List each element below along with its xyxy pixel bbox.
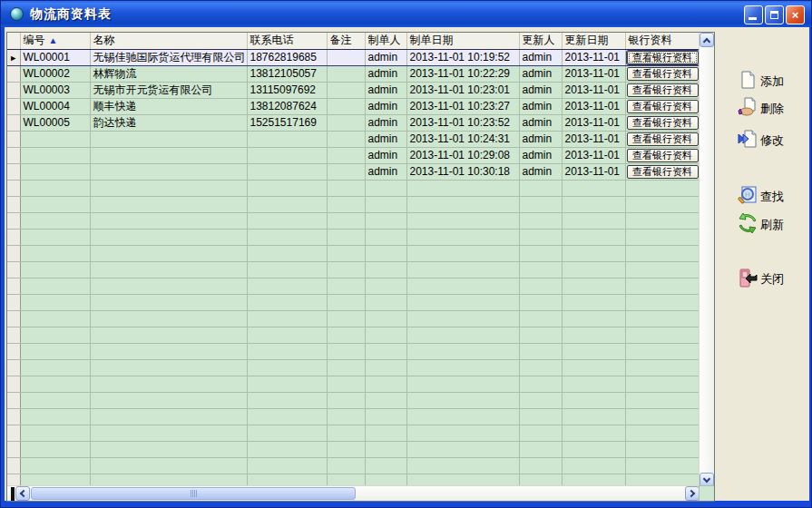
cell-creator[interactable]: admin bbox=[365, 98, 406, 114]
table-row[interactable]: WL00005韵达快递15251517169admin2013-11-01 10… bbox=[7, 114, 699, 131]
cell-note[interactable] bbox=[327, 114, 365, 131]
cell-code[interactable] bbox=[20, 131, 90, 147]
cell-code[interactable] bbox=[20, 147, 90, 163]
cell-updater[interactable]: admin bbox=[519, 114, 562, 131]
cell-phone[interactable]: 18762819685 bbox=[247, 49, 327, 65]
cell-note[interactable] bbox=[327, 147, 365, 163]
column-header-updater[interactable]: 更新人 bbox=[519, 33, 562, 49]
cell-code[interactable]: WL00002 bbox=[20, 65, 90, 82]
cell-updater[interactable]: admin bbox=[519, 65, 562, 82]
cell-update_date[interactable]: 2013-11-01 bbox=[562, 49, 625, 65]
title-bar[interactable]: 物流商资料表 × bbox=[1, 1, 811, 27]
cell-creator[interactable]: admin bbox=[365, 163, 406, 180]
cell-update_date[interactable]: 2013-11-01 bbox=[562, 65, 625, 82]
find-action-button[interactable]: H查找 bbox=[738, 185, 784, 209]
table-row[interactable]: ►WL00001无锡佳驰国际货运代理有限公司18762819685admin20… bbox=[7, 49, 699, 65]
cell-phone[interactable]: 13812105057 bbox=[247, 65, 327, 82]
cell-create_date[interactable]: 2013-11-01 10:23:01 bbox=[406, 82, 519, 98]
column-header-phone[interactable]: 联系电话 bbox=[247, 33, 327, 49]
table-row[interactable]: WL00004顺丰快递13812087624admin2013-11-01 10… bbox=[7, 98, 699, 114]
view-bank-info-button[interactable]: 查看银行资料 bbox=[627, 132, 699, 146]
cell-updater[interactable]: admin bbox=[519, 131, 562, 147]
cell-create_date[interactable]: 2013-11-01 10:19:52 bbox=[406, 49, 519, 65]
cell-creator[interactable]: admin bbox=[365, 65, 406, 82]
view-bank-info-button[interactable]: 查看银行资料 bbox=[627, 149, 699, 162]
cell-note[interactable] bbox=[327, 163, 365, 180]
cell-creator[interactable]: admin bbox=[365, 131, 406, 147]
column-header-update_date[interactable]: 更新日期 bbox=[562, 33, 625, 49]
horizontal-scrollbar[interactable] bbox=[7, 485, 700, 501]
cell-name[interactable] bbox=[90, 147, 247, 163]
cell-phone[interactable] bbox=[247, 163, 327, 180]
cell-phone[interactable] bbox=[247, 131, 327, 147]
delete-action-button[interactable]: 删除 bbox=[738, 97, 784, 121]
cell-name[interactable] bbox=[90, 163, 247, 180]
column-header-code[interactable]: 编号▲ bbox=[20, 33, 90, 49]
cell-updater[interactable]: admin bbox=[519, 98, 562, 114]
horizontal-scroll-thumb[interactable] bbox=[31, 487, 356, 500]
cell-code[interactable]: WL00005 bbox=[20, 114, 90, 131]
cell-create_date[interactable]: 2013-11-01 10:29:08 bbox=[406, 147, 519, 163]
cell-phone[interactable]: 15251517169 bbox=[247, 114, 327, 131]
cell-name[interactable]: 韵达快递 bbox=[90, 114, 247, 131]
cell-creator[interactable]: admin bbox=[365, 82, 406, 98]
maximize-button[interactable] bbox=[765, 5, 784, 24]
cell-code[interactable]: WL00004 bbox=[20, 98, 90, 114]
cell-note[interactable] bbox=[327, 98, 365, 114]
view-bank-info-button[interactable]: 查看银行资料 bbox=[627, 83, 699, 97]
table-row[interactable]: WL00002林辉物流13812105057admin2013-11-01 10… bbox=[7, 65, 699, 82]
column-header-create_date[interactable]: 制单日期 bbox=[406, 33, 519, 49]
cell-code[interactable]: WL00001 bbox=[20, 49, 90, 65]
scroll-left-button[interactable] bbox=[15, 486, 30, 501]
cell-note[interactable] bbox=[327, 82, 365, 98]
minimize-button[interactable] bbox=[744, 5, 763, 24]
cell-updater[interactable]: admin bbox=[519, 82, 562, 98]
column-header-bank[interactable]: 银行资料 bbox=[625, 33, 699, 49]
cell-create_date[interactable]: 2013-11-01 10:23:52 bbox=[406, 114, 519, 131]
cell-phone[interactable]: 13812087624 bbox=[247, 98, 327, 114]
cell-name[interactable]: 无锡市开元货运有限公司 bbox=[90, 82, 247, 98]
edit-action-button[interactable]: 修改 bbox=[738, 129, 784, 152]
cell-creator[interactable]: admin bbox=[365, 114, 406, 131]
table-row[interactable]: WL00003无锡市开元货运有限公司13115097692admin2013-1… bbox=[7, 82, 699, 98]
cell-code[interactable]: WL00003 bbox=[20, 82, 90, 98]
table-row[interactable]: admin2013-11-01 10:29:08admin2013-11-01查… bbox=[7, 147, 699, 163]
cell-creator[interactable]: admin bbox=[365, 147, 406, 163]
view-bank-info-button[interactable]: 查看银行资料 bbox=[627, 67, 699, 81]
view-bank-info-button[interactable]: 查看银行资料 bbox=[627, 100, 699, 113]
cell-create_date[interactable]: 2013-11-01 10:23:27 bbox=[406, 98, 519, 114]
cell-update_date[interactable]: 2013-11-01 bbox=[562, 114, 625, 131]
cell-code[interactable] bbox=[20, 163, 90, 180]
cell-updater[interactable]: admin bbox=[519, 49, 562, 65]
vertical-scrollbar[interactable] bbox=[699, 33, 714, 487]
scroll-up-button[interactable] bbox=[699, 33, 714, 47]
column-header-name[interactable]: 名称 bbox=[90, 33, 247, 49]
cell-create_date[interactable]: 2013-11-01 10:22:29 bbox=[406, 65, 519, 82]
cell-note[interactable] bbox=[327, 131, 365, 147]
cell-update_date[interactable]: 2013-11-01 bbox=[562, 131, 625, 147]
column-header-creator[interactable]: 制单人 bbox=[365, 33, 406, 49]
cell-name[interactable]: 林辉物流 bbox=[90, 65, 247, 82]
cell-name[interactable]: 无锡佳驰国际货运代理有限公司 bbox=[90, 49, 247, 65]
column-header-note[interactable]: 备注 bbox=[327, 33, 365, 49]
cell-update_date[interactable]: 2013-11-01 bbox=[562, 147, 625, 163]
cell-note[interactable] bbox=[327, 49, 365, 65]
cell-phone[interactable]: 13115097692 bbox=[247, 82, 327, 98]
cell-note[interactable] bbox=[327, 65, 365, 82]
cell-updater[interactable]: admin bbox=[519, 147, 562, 163]
cell-creator[interactable]: admin bbox=[365, 49, 406, 65]
cell-update_date[interactable]: 2013-11-01 bbox=[562, 98, 625, 114]
table-row[interactable]: admin2013-11-01 10:30:18admin2013-11-01查… bbox=[7, 163, 699, 180]
add-action-button[interactable]: 添加 bbox=[738, 70, 784, 93]
cell-name[interactable]: 顺丰快递 bbox=[90, 98, 247, 114]
scroll-right-button[interactable] bbox=[685, 486, 699, 501]
refresh-action-button[interactable]: 刷新 bbox=[738, 213, 784, 237]
view-bank-info-button[interactable]: 查看银行资料 bbox=[627, 116, 699, 130]
table-row[interactable]: admin2013-11-01 10:24:31admin2013-11-01查… bbox=[7, 131, 699, 147]
cell-update_date[interactable]: 2013-11-01 bbox=[562, 163, 625, 180]
view-bank-info-button[interactable]: 查看银行资料 bbox=[627, 165, 699, 179]
cell-phone[interactable] bbox=[247, 147, 327, 163]
cell-update_date[interactable]: 2013-11-01 bbox=[562, 82, 625, 98]
cell-create_date[interactable]: 2013-11-01 10:30:18 bbox=[406, 163, 519, 180]
close-action-button[interactable]: 关闭 bbox=[738, 268, 784, 291]
